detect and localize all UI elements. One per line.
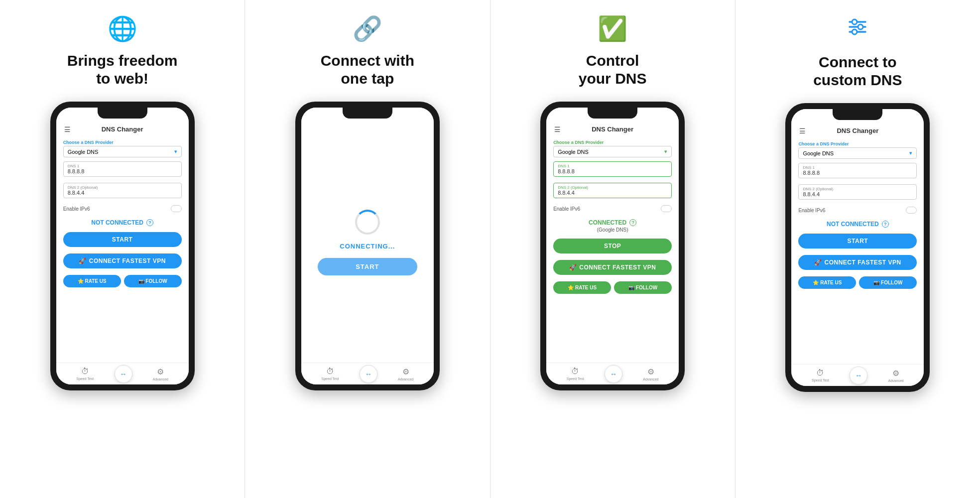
panel-custom-dns: Connect tocustom DNS ☰ DNS Changer Choos…	[735, 0, 980, 498]
sliders-icon	[846, 15, 869, 44]
screen-2: CONNECTING... START ⏱ Speed Test ↔ ⚙ Adv…	[301, 108, 434, 384]
vpn-button-1[interactable]: 🚀 CONNECT FASTEST VPN	[63, 253, 182, 268]
dns-dropdown-4[interactable]: Google DNS ▾	[798, 147, 917, 159]
follow-button-4[interactable]: 📷 FOLLOW	[859, 276, 917, 289]
ipv6-label-1: Enable IPv6	[63, 206, 90, 212]
dns-label-1: Choose a DNS Provider	[63, 140, 182, 145]
phone-bottom-1: ⏱ Speed Test ↔ ⚙ Advanced	[56, 363, 189, 384]
dropdown-arrow-4: ▾	[909, 150, 912, 156]
ipv6-label-4: Enable IPv6	[798, 208, 825, 213]
vpn-button-3[interactable]: 🚀 CONNECT FASTEST VPN	[553, 260, 672, 275]
dns-provider-value-1: Google DNS	[68, 149, 99, 155]
dns-label-3: Choose a DNS Provider	[553, 140, 672, 145]
app-body-3: Choose a DNS Provider Google DNS ▾ DNS 1…	[546, 136, 679, 363]
advanced-tab-1[interactable]: ⚙ Advanced	[153, 367, 168, 381]
advanced-label-3: Advanced	[643, 377, 658, 381]
advanced-icon-2: ⚙	[402, 367, 409, 376]
advanced-tab-3[interactable]: ⚙ Advanced	[643, 367, 658, 381]
dns1-field-1[interactable]: DNS 1 8.8.8.8	[63, 161, 182, 177]
status-row-1: NOT CONNECTED ?	[63, 217, 182, 228]
connect-center-btn-4[interactable]: ↔	[850, 367, 867, 384]
status-subtext-3: (Google DNS)	[597, 227, 628, 233]
status-row-4: NOT CONNECTED ?	[798, 219, 917, 230]
dns1-value-3: 8.8.8.8	[558, 168, 667, 174]
notch-2	[343, 108, 392, 119]
ipv6-label-3: Enable IPv6	[553, 206, 580, 212]
svg-point-3	[852, 19, 857, 24]
rocket-icon-4: 🚀	[814, 259, 822, 266]
screen-1: ☰ DNS Changer Choose a DNS Provider Goog…	[56, 108, 189, 384]
info-icon-4[interactable]: ?	[882, 221, 889, 228]
panel-title-4: Connect tocustom DNS	[813, 53, 902, 89]
connect-center-btn-3[interactable]: ↔	[605, 365, 622, 383]
hamburger-icon-1[interactable]: ☰	[64, 125, 71, 133]
advanced-label-2: Advanced	[398, 377, 413, 381]
app-body-1: Choose a DNS Provider Google DNS ▾ DNS 1…	[56, 136, 189, 363]
info-icon-1[interactable]: ?	[146, 219, 153, 226]
dns2-field-1[interactable]: DNS 2 (Optional) 8.8.4.4	[63, 183, 182, 198]
screen-3: ☰ DNS Changer Choose a DNS Provider Goog…	[546, 108, 679, 384]
status-text-1: NOT CONNECTED	[91, 219, 143, 226]
dns-dropdown-1[interactable]: Google DNS ▾	[63, 146, 182, 157]
advanced-icon-4: ⚙	[892, 369, 899, 378]
speed-label-2: Speed Test	[322, 377, 339, 380]
dns2-field-4[interactable]: DNS 2 (Optional) 8.8.4.4	[798, 184, 917, 200]
dns-provider-value-4: Google DNS	[803, 150, 834, 156]
app-header-4: ☰ DNS Changer	[791, 124, 924, 137]
advanced-icon-3: ⚙	[647, 367, 654, 376]
connecting-start-button[interactable]: START	[318, 258, 417, 275]
panel-one-tap: 🔗 Connect withone tap CONNECTING... STAR…	[245, 0, 490, 498]
speed-icon-3: ⏱	[571, 367, 579, 376]
app-header-3: ☰ DNS Changer	[546, 123, 679, 136]
speed-test-tab-4[interactable]: ⏱ Speed Test	[812, 369, 829, 382]
start-button-1[interactable]: START	[63, 232, 182, 247]
speed-icon-4: ⏱	[816, 369, 824, 377]
dns1-label-4: DNS 1	[803, 165, 912, 170]
rate-button-3[interactable]: ⭐ RATE US	[553, 281, 611, 294]
speed-label-1: Speed Test	[76, 377, 94, 380]
connect-center-btn-1[interactable]: ↔	[115, 365, 132, 383]
ipv6-toggle-3[interactable]	[661, 205, 672, 212]
stop-button-3[interactable]: STOP	[553, 239, 672, 253]
rate-button-4[interactable]: ⭐ RATE US	[798, 276, 856, 289]
speed-test-tab-2[interactable]: ⏱ Speed Test	[322, 367, 339, 380]
dns1-label-1: DNS 1	[68, 164, 177, 168]
speed-test-tab-3[interactable]: ⏱ Speed Test	[567, 367, 584, 380]
advanced-tab-2[interactable]: ⚙ Advanced	[398, 367, 413, 381]
follow-button-1[interactable]: 📷 FOLLOW	[124, 275, 182, 287]
btn-row-4: ⭐ RATE US 📷 FOLLOW	[798, 276, 917, 289]
screen-4: ☰ DNS Changer Choose a DNS Provider Goog…	[791, 109, 924, 386]
phone-2: CONNECTING... START ⏱ Speed Test ↔ ⚙ Adv…	[295, 102, 440, 390]
hamburger-icon-4[interactable]: ☰	[799, 127, 806, 135]
notch-1	[98, 108, 147, 119]
vpn-button-4[interactable]: 🚀 CONNECT FASTEST VPN	[798, 255, 917, 270]
ipv6-toggle-1[interactable]	[171, 205, 182, 212]
speed-test-tab-1[interactable]: ⏱ Speed Test	[76, 367, 94, 380]
info-icon-3[interactable]: ?	[629, 219, 636, 226]
advanced-tab-4[interactable]: ⚙ Advanced	[888, 369, 904, 382]
ipv6-row-4: Enable IPv6	[798, 206, 917, 215]
dns2-value-3: 8.8.4.4	[558, 190, 667, 196]
hamburger-icon-3[interactable]: ☰	[554, 125, 561, 133]
rate-button-1[interactable]: ⭐ RATE US	[63, 275, 121, 287]
dns1-field-4[interactable]: DNS 1 8.8.8.8	[798, 163, 917, 178]
svg-point-5	[852, 29, 857, 34]
panel-dns-control: ✅ Controlyour DNS ☰ DNS Changer Choose a…	[490, 0, 735, 498]
dns2-label-4: DNS 2 (Optional)	[803, 187, 912, 191]
follow-button-3[interactable]: 📷 FOLLOW	[614, 281, 672, 294]
dns-dropdown-3[interactable]: Google DNS ▾	[553, 146, 672, 157]
svg-point-4	[858, 24, 863, 29]
dns1-label-3: DNS 1	[558, 164, 667, 168]
app-body-4: Choose a DNS Provider Google DNS ▾ DNS 1…	[791, 137, 924, 364]
app-title-4: DNS Changer	[837, 127, 878, 134]
start-button-4[interactable]: START	[798, 234, 917, 249]
panel-title-2: Connect withone tap	[321, 52, 414, 88]
ipv6-toggle-4[interactable]	[906, 207, 917, 214]
dns-label-4: Choose a DNS Provider	[798, 141, 917, 146]
dns2-field-3[interactable]: DNS 2 (Optional) 8.8.4.4	[553, 183, 672, 198]
speed-label-4: Speed Test	[812, 378, 829, 382]
link-icon: 🔗	[353, 15, 382, 43]
ipv6-row-3: Enable IPv6	[553, 204, 672, 213]
dns1-field-3[interactable]: DNS 1 8.8.8.8	[553, 161, 672, 177]
connect-center-btn-2[interactable]: ↔	[360, 365, 377, 383]
